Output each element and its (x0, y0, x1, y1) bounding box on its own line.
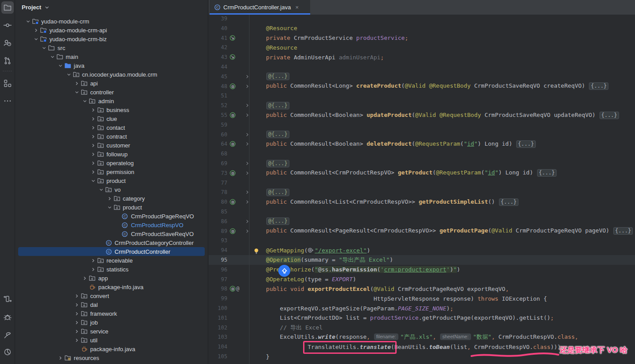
gutter-icons[interactable] (228, 83, 244, 89)
chevron-expanded-icon[interactable] (32, 35, 39, 43)
commit-tool-icon[interactable] (1, 19, 14, 31)
code-line-52[interactable]: 52 @{...} (209, 101, 635, 110)
chevron-expanded-icon[interactable] (65, 71, 72, 78)
code-line-98[interactable]: 98@ public void exportProductExcel(@Vali… (209, 284, 635, 294)
more-tools-icon[interactable] (1, 95, 14, 107)
at-gutter-icon[interactable]: @ (236, 286, 239, 292)
tree-item-convert[interactable]: convert (18, 291, 205, 300)
code-line-100[interactable]: 100 exportReqVO.setPageSize(PageParam.PA… (209, 303, 635, 313)
tree-item-crmproductrespvo[interactable]: CCrmProductRespVO (18, 221, 205, 229)
code-line-40[interactable]: 40 @Resource (209, 23, 635, 33)
plugin-badge-icon[interactable] (278, 265, 290, 277)
structure-tool-icon[interactable] (1, 77, 14, 89)
gutter-icons[interactable] (228, 170, 244, 176)
chevron-collapsed-icon[interactable] (90, 115, 97, 122)
project-tool-icon[interactable] (1, 1, 14, 14)
globe-gutter-icon[interactable] (230, 199, 236, 205)
tree-item-cn-iocoder-yudao-module-crm[interactable]: cn.iocoder.yudao.module.crm (18, 70, 205, 79)
chevron-collapsed-icon[interactable] (90, 142, 97, 149)
globe-gutter-icon[interactable] (230, 112, 236, 118)
chevron-expanded-icon[interactable] (98, 186, 105, 193)
tree-item-receivable[interactable]: receivable (18, 256, 205, 265)
chevron-collapsed-icon[interactable] (90, 133, 97, 140)
chevron-collapsed-icon[interactable] (106, 195, 113, 202)
tree-item-util[interactable]: util (18, 336, 205, 345)
code-line-45[interactable]: 45 @{...} (209, 72, 635, 81)
tree-item-vo[interactable]: vo (18, 185, 205, 194)
chevron-collapsed-icon[interactable] (90, 168, 97, 175)
code-line-102[interactable]: 102 // 导出 Excel (209, 323, 635, 333)
tree-item-package-info-java[interactable]: package-info.java (18, 283, 205, 291)
tree-item-crmproductcategorycontroller[interactable]: CCrmProductCategoryController (18, 238, 205, 247)
debug-tool-icon[interactable] (1, 311, 14, 323)
code-area[interactable]: 3940 @Resource41 private CrmProductServi… (209, 0, 635, 364)
code-line-60[interactable]: 60 @{...} (209, 130, 635, 139)
tree-item-yudao-module-crm-biz[interactable]: yudao-module-crm-biz (18, 35, 205, 43)
globe-gutter-icon[interactable] (230, 228, 236, 234)
tree-item-api[interactable]: api (18, 79, 205, 88)
gutter-icons[interactable]: @ (228, 286, 244, 292)
code-line-77[interactable]: 77 (209, 178, 635, 188)
chevron-expanded-icon[interactable] (57, 62, 64, 69)
code-line-51[interactable]: 51 (209, 91, 635, 101)
tree-item-controller[interactable]: controller (18, 88, 205, 97)
chevron-expanded-icon[interactable] (24, 18, 31, 25)
code-line-94[interactable]: 94 @GetMapping("/export-excel") (209, 245, 635, 255)
gutter-icons[interactable] (228, 112, 244, 118)
code-line-86[interactable]: 86 @{...} (209, 217, 635, 226)
code-line-41[interactable]: 41 private CrmProductService productServ… (209, 33, 635, 43)
code-line-78[interactable]: 78 @{...} (209, 187, 635, 197)
tree-item-contract[interactable]: contract (18, 132, 205, 141)
chevron-expanded-icon[interactable] (90, 177, 97, 184)
chevron-collapsed-icon[interactable] (73, 319, 80, 326)
tree-item-crmproductpagereqvo[interactable]: CCrmProductPageReqVO (18, 212, 205, 221)
chevron-collapsed-icon[interactable] (90, 257, 97, 264)
globe-gutter-icon[interactable] (230, 170, 236, 176)
tree-item-yudao-module-crm-api[interactable]: yudao-module-crm-api (18, 26, 205, 35)
tree-item-product[interactable]: product (18, 176, 205, 185)
chevron-expanded-icon[interactable] (106, 204, 113, 211)
profiler-tool-icon[interactable] (1, 346, 14, 358)
chevron-collapsed-icon[interactable] (90, 266, 97, 273)
gutter-icons[interactable] (228, 141, 244, 147)
tree-item-customer[interactable]: customer (18, 141, 205, 150)
tree-item-package-info-java[interactable]: package-info.java (18, 345, 205, 353)
code-line-68[interactable]: 68 (209, 149, 635, 159)
gutter-icons[interactable] (228, 54, 244, 60)
code-line-96[interactable]: 96 @PreAuthorize("@ss.hasPermission('crm… (209, 265, 635, 275)
globe-gutter-icon[interactable] (230, 83, 236, 89)
tab-close-icon[interactable]: × (295, 4, 299, 10)
chevron-collapsed-icon[interactable] (73, 80, 80, 87)
code-line-59[interactable]: 59 (209, 120, 635, 130)
code-line-48[interactable]: 48 public CommonResult<Long> createProdu… (209, 81, 635, 91)
tree-item-contact[interactable]: contact (18, 123, 205, 132)
code-line-64[interactable]: 64 public CommonResult<Boolean> deletePr… (209, 139, 635, 149)
tree-item-permission[interactable]: permission (18, 167, 205, 176)
gutter-icons[interactable] (228, 199, 244, 205)
code-line-101[interactable]: 101 List<CrmProductDO> list = productSer… (209, 313, 635, 323)
code-line-103[interactable]: 103 ExcelUtils.write(response, filename:… (209, 332, 635, 342)
chevron-collapsed-icon[interactable] (57, 354, 64, 361)
globe-gutter-icon[interactable] (230, 141, 236, 147)
project-panel-header[interactable]: Project (16, 0, 208, 15)
tree-item-crmproductcontroller[interactable]: CCrmProductController (18, 247, 205, 256)
chevron-collapsed-icon[interactable] (73, 328, 80, 335)
code-line-99[interactable]: 99 HttpServletResponse response) throws … (209, 294, 635, 303)
globe-gutter-icon[interactable] (230, 286, 236, 292)
code-line-93[interactable]: 93 (209, 236, 635, 245)
gutter-icons[interactable] (228, 228, 244, 234)
tree-item-followup[interactable]: followup (18, 150, 205, 159)
code-line-95[interactable]: 95 @Operation(summary = "导出产品 Excel") (209, 255, 635, 265)
gutter-icons[interactable] (228, 35, 244, 41)
code-line-43[interactable]: 43 private AdminUserApi adminUserApi; (209, 52, 635, 62)
code-line-44[interactable]: 44 (209, 62, 635, 72)
tree-item-statistics[interactable]: statistics (18, 265, 205, 274)
tree-item-job[interactable]: job (18, 318, 205, 327)
tree-item-service[interactable]: service (18, 327, 205, 336)
code-line-85[interactable]: 85 (209, 207, 635, 217)
chevron-collapsed-icon[interactable] (82, 275, 89, 282)
chevron-collapsed-icon[interactable] (73, 301, 80, 308)
chevron-expanded-icon[interactable] (82, 97, 89, 105)
chevron-collapsed-icon[interactable] (90, 124, 97, 131)
build-tool-icon[interactable] (1, 329, 14, 341)
